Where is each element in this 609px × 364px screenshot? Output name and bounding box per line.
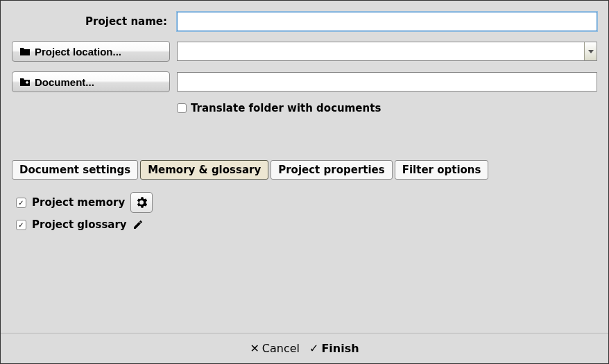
- project-memory-row: ✓ Project memory: [16, 192, 593, 213]
- tab-content: ✓ Project memory ✓ Project glossary: [12, 180, 597, 249]
- pencil-icon[interactable]: [132, 219, 144, 230]
- translate-folder-label: Translate folder with documents: [191, 102, 381, 114]
- document-row: Document...: [12, 71, 597, 92]
- project-location-button[interactable]: Project location...: [12, 41, 170, 62]
- project-location-row: Project location...: [12, 41, 597, 62]
- finish-label: Finish: [321, 342, 359, 355]
- tab-filter-options[interactable]: Filter options: [395, 160, 489, 180]
- tab-project-properties[interactable]: Project properties: [271, 160, 392, 180]
- project-memory-settings-button[interactable]: [130, 192, 153, 213]
- project-glossary-checkbox[interactable]: ✓: [16, 220, 26, 230]
- project-location-select[interactable]: [177, 42, 597, 61]
- project-location-button-col: Project location...: [12, 41, 177, 62]
- project-glossary-row: ✓ Project glossary: [16, 218, 593, 231]
- document-input-wrap: [177, 72, 597, 92]
- folder-icon: [19, 46, 31, 56]
- project-memory-label: Project memory: [32, 196, 125, 209]
- footer: Cancel Finish: [1, 333, 608, 363]
- project-glossary-label: Project glossary: [32, 218, 127, 231]
- tab-strip: Document settings Memory & glossary Proj…: [12, 160, 597, 180]
- project-location-button-label: Project location...: [35, 46, 121, 58]
- form-area: Project name: Project location... Docume…: [1, 1, 608, 125]
- project-name-row: Project name:: [12, 12, 597, 31]
- document-button-label: Document...: [35, 76, 94, 88]
- project-location-select-wrap: [177, 42, 597, 61]
- translate-folder-checkbox[interactable]: [177, 103, 187, 113]
- project-name-input-wrap: [177, 12, 597, 31]
- document-input[interactable]: [177, 72, 597, 92]
- project-name-label: Project name:: [12, 15, 177, 28]
- dropdown-arrow-icon: [584, 42, 597, 60]
- check-icon: [309, 342, 318, 355]
- tab-document-settings[interactable]: Document settings: [12, 160, 138, 180]
- svg-rect-1: [26, 81, 28, 84]
- document-button-col: Document...: [12, 71, 177, 92]
- project-name-input[interactable]: [177, 12, 597, 31]
- tab-memory-glossary[interactable]: Memory & glossary: [140, 160, 268, 180]
- cancel-label: Cancel: [262, 342, 300, 355]
- x-icon: [250, 342, 259, 355]
- gear-icon: [136, 197, 147, 208]
- project-memory-checkbox[interactable]: ✓: [16, 198, 26, 208]
- tabs-area: Document settings Memory & glossary Proj…: [1, 160, 608, 249]
- cancel-button[interactable]: Cancel: [250, 342, 300, 355]
- translate-folder-row: Translate folder with documents: [177, 102, 597, 114]
- document-button[interactable]: Document...: [12, 71, 170, 92]
- finish-button[interactable]: Finish: [309, 342, 359, 355]
- document-add-icon: [19, 77, 31, 87]
